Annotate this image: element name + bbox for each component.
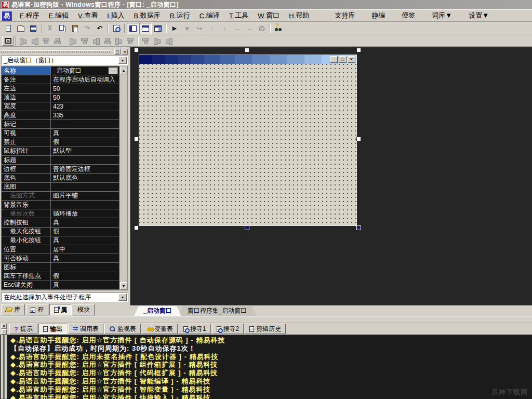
resize-handle-top-left[interactable] [134,48,139,52]
property-value[interactable] [51,120,119,128]
property-row[interactable]: 宽度 423 [2,102,119,111]
step-out-button[interactable]: → [231,23,243,34]
property-row[interactable]: 备注 在程序启动后自动调入 [2,75,119,84]
property-value[interactable] [51,183,119,191]
property-row[interactable]: 高度 335 [2,111,119,120]
property-row[interactable]: 名称 _启动窗口... [2,66,119,75]
resize-handle-bottom-center[interactable] [245,225,249,230]
property-value[interactable]: 假 [51,228,119,236]
tab-search-1[interactable]: 搜寻1 [179,324,211,334]
property-row[interactable]: 鼠标指针 默认型 [2,147,119,156]
property-row[interactable]: 控制按钮 真 [2,218,119,227]
fit-width-button[interactable] [140,36,152,46]
same-height-button[interactable] [125,36,136,46]
tab-hints[interactable]: ?提示 [9,324,37,334]
property-row[interactable]: 左边 50 [2,84,119,93]
property-value[interactable] [51,263,119,271]
property-value[interactable]: 假 [51,138,119,147]
property-value[interactable]: 真 [51,236,119,245]
resize-handle-mid-left[interactable] [134,137,139,141]
align-bottom-button[interactable] [52,36,63,46]
tab-library[interactable]: 库 [1,304,25,315]
output-close-icon[interactable]: × [1,324,7,329]
same-width-button[interactable] [113,36,125,46]
property-row[interactable]: 底色 默认底色 [2,174,119,182]
property-value[interactable]: 真 [51,254,119,262]
window-layout-3-button[interactable] [152,23,164,34]
property-row[interactable]: 顶边 50 [2,94,119,102]
property-value[interactable]: 居中 [51,245,119,254]
property-value[interactable]: 图片平铺 [51,192,119,200]
tab-search-2[interactable]: 搜寻2 [212,324,244,334]
property-value[interactable] [51,156,119,164]
object-selector[interactable]: _启动窗口（窗口） ▼ [1,56,128,65]
menu-item[interactable]: B数据库 [129,10,165,21]
panel-title-bar[interactable]: ◻ × [1,48,128,55]
panel-float-button[interactable]: ◻ [114,49,121,55]
property-row[interactable]: 底图方式 图片平铺 [2,192,119,201]
property-row[interactable]: 位置 居中 [2,245,119,254]
chevron-down-icon[interactable]: ▼ [118,294,127,301]
center-horizontal-button[interactable] [68,36,79,46]
property-value[interactable]: 真 [51,218,119,227]
tab-call-table[interactable]: 调用表 [68,324,103,334]
tab-program[interactable]: 程 [26,304,48,315]
scroll-up-icon[interactable]: ▲ [120,66,127,74]
step-into-button[interactable]: ↑ [206,23,218,34]
property-row[interactable]: 最小化按钮 真 [2,236,119,245]
form-grid-button[interactable] [2,36,14,46]
property-value[interactable]: 50 [51,84,119,92]
tab-clip-history[interactable]: 剪辑历史 [245,324,286,334]
property-row[interactable]: 底图 [2,183,119,192]
property-row[interactable]: 禁止 假 [2,138,119,147]
form-minimize-button[interactable]: _ [330,56,338,63]
output-content[interactable]: ◆.易语言助手提醒您: 启用☆官方插件 [ 自动保存源码 ] - 精易科技 【自… [0,335,532,399]
property-scrollbar[interactable]: ▲ ▼ [119,66,128,290]
property-value[interactable]: 50 [51,94,119,102]
form-body-grid[interactable] [139,64,356,225]
menu-item[interactable]: 词库▼ [423,10,460,21]
find-button[interactable] [110,23,123,34]
resize-handle-bottom-right[interactable] [356,225,361,230]
resize-handle-mid-right[interactable] [356,137,361,141]
tab-modules[interactable]: 模块 [73,304,95,315]
align-left-button[interactable] [18,36,29,46]
property-row[interactable]: 标记 [2,120,119,129]
align-top-button[interactable] [41,36,52,46]
tab-startup-window[interactable]: _启动窗口 [134,306,181,316]
property-value[interactable]: 真 [51,281,119,289]
save-button[interactable] [27,23,39,34]
property-value[interactable]: 默认型 [51,147,119,155]
copy-button[interactable] [56,23,69,34]
open-file-button[interactable] [15,23,27,34]
step-over-button[interactable]: ↓ [218,23,231,34]
form-preview[interactable]: _ □ × [139,55,357,226]
run-to-cursor-button[interactable]: ↔ [243,23,256,34]
chevron-down-icon[interactable]: ▼ [118,57,127,64]
designer-canvas[interactable]: _ □ × [130,47,532,305]
align-right-button[interactable] [29,36,41,46]
menu-item[interactable]: C编译 [195,10,224,21]
output-float-icon[interactable]: ▫ [1,329,7,335]
fit-height-button[interactable] [152,36,163,46]
menu-item[interactable]: T工具 [224,10,254,21]
property-value[interactable]: 假 [51,272,119,281]
property-row[interactable]: 图标 [2,263,119,272]
property-value[interactable]: 在程序启动后自动调入 [51,75,119,84]
scroll-down-icon[interactable]: ▼ [120,282,127,290]
tab-window-program-set[interactable]: 窗口程序集_启动窗口 [178,306,257,316]
new-file-button[interactable] [2,23,15,34]
panel-grip[interactable] [1,50,111,53]
resize-handle-top-center[interactable] [245,48,249,52]
menu-item[interactable]: I插入 [102,10,129,21]
menu-item[interactable]: W窗口 [253,10,284,21]
menu-item[interactable]: H帮助 [284,10,314,21]
form-close-button[interactable]: × [348,56,355,63]
same-size-button[interactable] [163,36,175,46]
tab-properties[interactable]: 属 [49,304,72,315]
pause-button[interactable] [256,23,268,34]
window-layout-2-button[interactable] [139,23,152,34]
tab-output[interactable]: 输出 [38,324,67,334]
property-row[interactable]: 最大化按钮 假 [2,228,119,236]
property-row[interactable]: 标题 [2,156,119,165]
